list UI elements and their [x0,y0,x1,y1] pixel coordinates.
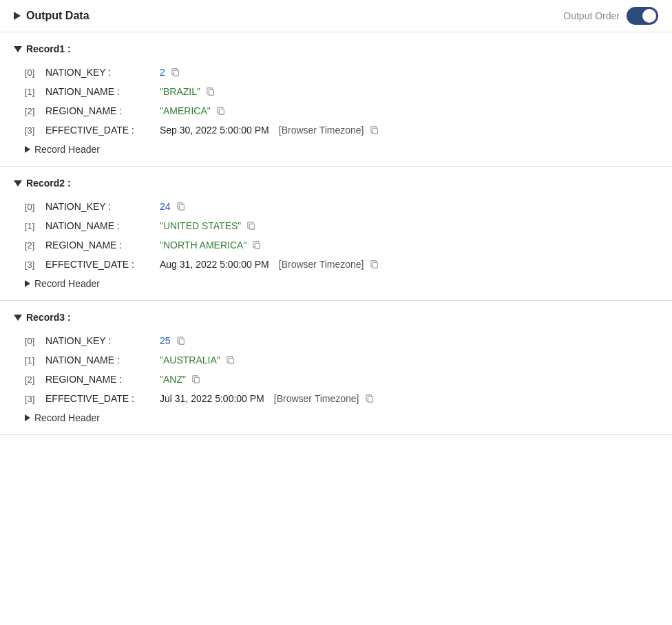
record-collapse-icon [14,315,22,321]
field-value: "ANZ" [160,374,186,385]
collapse-icon[interactable] [14,12,21,20]
toggle-thumb [642,9,656,23]
records-container: Record1 : [0] NATION_KEY : 2 [1] NATION_… [0,32,672,435]
field-value: "BRAZIL" [160,86,200,97]
field-name: REGION_NAME : [45,374,156,385]
svg-rect-5 [250,224,255,229]
record-title-2[interactable]: Record2 : [14,178,658,189]
field-value: Jul 31, 2022 5:00:00 PM [160,393,264,404]
copy-icon[interactable] [246,221,256,231]
record-header-expand-icon [25,280,30,287]
copy-icon[interactable] [176,336,186,346]
svg-rect-11 [368,396,372,402]
record-header-label: Record Header [34,144,100,155]
field-index: [1] [25,221,41,231]
svg-rect-3 [372,128,377,134]
field-row-2-3: [3] EFFECTIVE_DATE : Aug 31, 2022 5:00:0… [14,255,658,274]
svg-rect-4 [179,204,184,210]
copy-icon[interactable] [191,374,201,384]
copy-icon[interactable] [370,125,379,135]
field-value: 25 [160,335,171,346]
timezone-label: [Browser Timezone] [279,125,364,136]
copy-icon[interactable] [176,202,186,211]
record-header-label: Record Header [34,278,100,289]
field-index: [2] [25,374,41,385]
field-row-3-2: [2] REGION_NAME : "ANZ" [14,370,658,389]
copy-icon[interactable] [216,106,226,116]
field-row-3-1: [1] NATION_NAME : "AUSTRALIA" [14,350,658,370]
field-value: "UNITED STATES" [160,220,241,231]
field-row-2-0: [0] NATION_KEY : 24 [14,197,658,216]
field-name: NATION_NAME : [45,220,156,231]
field-row-3-3: [3] EFFECTIVE_DATE : Jul 31, 2022 5:00:0… [14,389,658,408]
svg-rect-1 [209,89,213,95]
copy-icon[interactable] [365,394,375,403]
record-header-row-1[interactable]: Record Header [14,140,658,155]
timezone-label: [Browser Timezone] [279,259,364,270]
copy-icon[interactable] [206,87,216,96]
record-name: Record2 : [26,178,71,189]
field-index: [3] [25,394,41,404]
record-collapse-icon [14,46,22,52]
record-header-row-3[interactable]: Record Header [14,408,658,423]
field-row-3-0: [0] NATION_KEY : 25 [14,331,658,350]
field-index: [2] [25,240,41,251]
svg-rect-6 [255,243,260,248]
record-name: Record1 : [26,43,71,54]
field-row-2-1: [1] NATION_NAME : "UNITED STATES" [14,216,658,235]
record-collapse-icon [14,180,22,187]
field-value: Aug 31, 2022 5:00:00 PM [160,259,269,270]
field-index: [0] [25,336,41,346]
field-value: 24 [160,201,171,212]
field-name: EFFECTIVE_DATE : [45,259,156,270]
copy-icon[interactable] [226,355,235,365]
field-row-2-2: [2] REGION_NAME : "NORTH AMERICA" [14,235,658,255]
svg-rect-0 [174,70,178,76]
field-value: "AMERICA" [160,105,211,116]
svg-rect-8 [179,339,184,344]
field-name: NATION_NAME : [45,354,156,366]
field-name: NATION_NAME : [45,86,156,97]
field-value: Sep 30, 2022 5:00:00 PM [160,125,269,136]
field-value: "NORTH AMERICA" [160,240,246,251]
record-section-1: Record1 : [0] NATION_KEY : 2 [1] NATION_… [0,32,672,167]
record-header-row-2[interactable]: Record Header [14,274,658,289]
field-index: [0] [25,202,41,212]
record-header-expand-icon [25,414,30,421]
copy-icon[interactable] [370,259,379,269]
field-row-1-1: [1] NATION_NAME : "BRAZIL" [14,82,658,101]
record-title-1[interactable]: Record1 : [14,43,658,54]
svg-rect-9 [229,358,233,363]
copy-icon[interactable] [171,67,180,77]
field-value: 2 [160,67,165,78]
header-left: Output Data [14,10,90,22]
field-name: NATION_KEY : [45,67,156,78]
field-name: REGION_NAME : [45,105,156,116]
field-name: REGION_NAME : [45,240,156,251]
header-bar: Output Data Output Order [0,0,672,32]
field-row-1-0: [0] NATION_KEY : 2 [14,63,658,82]
record-header-expand-icon [25,146,30,153]
field-index: [0] [25,67,41,78]
record-name: Record3 : [26,312,71,323]
copy-icon[interactable] [252,240,262,250]
field-index: [3] [25,259,41,270]
field-row-1-3: [3] EFFECTIVE_DATE : Sep 30, 2022 5:00:0… [14,120,658,140]
field-value: "AUSTRALIA" [160,354,220,366]
header-right: Output Order [563,7,658,25]
page-title: Output Data [26,10,90,22]
svg-rect-7 [372,262,377,268]
field-name: NATION_KEY : [45,201,156,212]
field-index: [3] [25,125,41,136]
output-order-label: Output Order [563,10,620,21]
field-index: [1] [25,355,41,366]
record-section-3: Record3 : [0] NATION_KEY : 25 [1] NATION… [0,301,672,435]
output-order-toggle[interactable] [627,7,658,25]
record-section-2: Record2 : [0] NATION_KEY : 24 [1] NATION… [0,167,672,301]
timezone-label: [Browser Timezone] [274,393,359,404]
field-index: [2] [25,106,41,116]
field-name: EFFECTIVE_DATE : [45,393,156,404]
field-name: EFFECTIVE_DATE : [45,125,156,136]
record-title-3[interactable]: Record3 : [14,312,658,323]
field-name: NATION_KEY : [45,335,156,346]
